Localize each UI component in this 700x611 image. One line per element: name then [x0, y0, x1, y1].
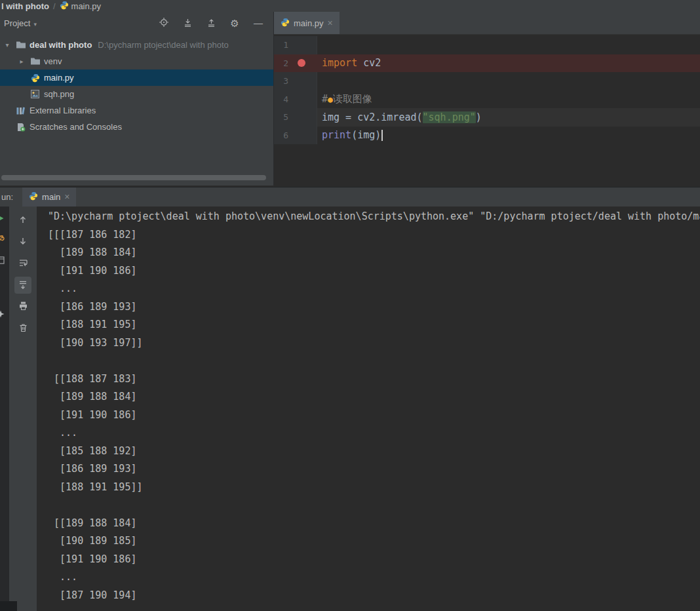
line-number: 3: [279, 76, 288, 86]
console-line: [[[187 186 182]: [48, 226, 700, 245]
console-line: [188 191 195]: [48, 316, 700, 334]
console-line: [[189 188 184]: [48, 515, 700, 533]
hide-icon: —: [254, 18, 263, 28]
code-line-2: 2import cv2: [274, 54, 700, 73]
locate-button[interactable]: [157, 16, 171, 31]
arrow-down-button[interactable]: [14, 233, 31, 250]
console[interactable]: "D:\pycharm ptoject\deal with photo\venv…: [37, 207, 700, 611]
expand-all-button[interactable]: [204, 16, 218, 31]
chevron-collapsed-icon[interactable]: ▸: [17, 58, 26, 65]
scroll-to-end-icon: [18, 280, 28, 291]
editor-tabbar: main.py ×: [274, 12, 700, 35]
code-token: (img): [351, 129, 381, 141]
code-text[interactable]: img = cv2.imread("sqh.png"): [317, 108, 700, 127]
code-line-1: 1: [274, 36, 700, 54]
breadcrumb-file-label: main.py: [71, 1, 102, 11]
console-line: [[188 187 183]: [48, 370, 700, 389]
soft-wrap-icon: [18, 258, 28, 269]
gutter-cell[interactable]: 5: [274, 108, 317, 127]
code-token: cv2: [357, 57, 381, 69]
hide-button[interactable]: —: [251, 16, 265, 31]
clear-icon: [19, 323, 28, 334]
breakpoint-slot[interactable]: [295, 59, 308, 67]
tree-item-scratches-and-consoles[interactable]: Scratches and Consoles: [0, 119, 273, 135]
soft-wrap-button[interactable]: [14, 255, 31, 272]
tree-item-venv[interactable]: ▸venv: [0, 53, 273, 69]
arrow-up-button[interactable]: [14, 212, 31, 229]
run-toolbar: [9, 207, 37, 611]
settings-button[interactable]: ⚙: [227, 16, 242, 31]
code-line-3: 3: [274, 72, 700, 90]
console-line: [191 190 186]: [48, 262, 700, 281]
line-number: 6: [279, 130, 288, 140]
code-text[interactable]: #●读取图像: [317, 90, 700, 109]
wrench-icon: [0, 235, 5, 245]
folder-icon: [29, 57, 41, 66]
tree-item-label: main.py: [44, 73, 74, 83]
console-line: "D:\pycharm ptoject\deal with photo\venv…: [48, 208, 700, 226]
code-text[interactable]: [317, 36, 700, 54]
tab-main-py[interactable]: main.py ×: [274, 12, 340, 34]
gutter-cell[interactable]: 4: [274, 90, 317, 109]
code-text[interactable]: print(img): [317, 127, 700, 145]
play-button[interactable]: [0, 214, 6, 224]
tree-item-main-py[interactable]: main.py: [0, 69, 273, 86]
project-view-selector[interactable]: Project ▾: [4, 18, 37, 28]
run-console-area: "D:\pycharm ptoject\deal with photo\venv…: [0, 207, 700, 611]
gutter-cell[interactable]: 2: [274, 54, 317, 73]
console-line: [189 188 184]: [48, 244, 700, 262]
console-line: [186 189 193]: [48, 298, 700, 317]
run-tab-label: main: [42, 192, 60, 202]
caret: [381, 130, 383, 141]
chevron-expanded-icon[interactable]: ▾: [3, 41, 12, 49]
gutter-cell[interactable]: 3: [274, 72, 317, 90]
code-token: ): [476, 111, 482, 123]
tree-item-path: D:\pycharm ptoject\deal with photo: [98, 40, 228, 50]
code-token: 读取图像: [333, 93, 372, 106]
code-line-5: 5img = cv2.imread("sqh.png"): [274, 108, 700, 127]
close-icon[interactable]: ×: [328, 18, 333, 28]
line-number: 4: [279, 94, 288, 104]
gutter-cell[interactable]: 6: [274, 127, 317, 145]
breadcrumb-project[interactable]: l with photo: [1, 1, 49, 11]
console-line: [48, 496, 700, 515]
tab-run-main[interactable]: main ×: [22, 187, 76, 207]
python-icon: [29, 191, 38, 203]
gutter-cell[interactable]: 1: [274, 36, 317, 54]
project-toolbar: ⚙—: [157, 16, 268, 31]
locate-icon: [159, 17, 169, 30]
console-line: [191 190 186]: [48, 406, 700, 425]
collapse-all-button[interactable]: [180, 16, 195, 31]
scratches-icon: [15, 123, 26, 132]
wrench-button[interactable]: [0, 235, 6, 245]
project-title: Project: [4, 18, 30, 28]
tree-item-sqh-png[interactable]: sqh.png: [0, 86, 273, 102]
code-token: "sqh.png": [423, 111, 476, 123]
editor-code: 12import cv234#●读取图像5img = cv2.imread("s…: [274, 36, 700, 144]
breakpoint-icon[interactable]: [298, 59, 305, 67]
project-tree: ▾deal with photo D:\pycharm ptoject\deal…: [0, 35, 273, 135]
arrow-up-icon: [18, 215, 28, 226]
editor-tab-label: main.py: [294, 18, 324, 28]
star-button[interactable]: [0, 310, 6, 319]
tree-item-external-libraries[interactable]: External Libraries: [0, 102, 273, 119]
breadcrumb: l with photo / main.py: [0, 0, 700, 12]
console-line: [190 189 185]: [48, 532, 700, 551]
pycharm-window: l with photo / main.py Project ▾ ⚙— ▾dea…: [0, 0, 700, 611]
print-button[interactable]: [14, 298, 31, 315]
close-icon[interactable]: ×: [64, 192, 69, 202]
tree-item-label: External Libraries: [29, 106, 96, 115]
code-text[interactable]: import cv2: [317, 54, 700, 73]
tree-item-deal-with-photo[interactable]: ▾deal with photo D:\pycharm ptoject\deal…: [0, 37, 273, 53]
clear-button[interactable]: [14, 320, 31, 337]
window-button[interactable]: [0, 256, 6, 266]
console-line: [189 188 184]: [48, 388, 700, 406]
editor[interactable]: 12import cv234#●读取图像5img = cv2.imread("s…: [274, 35, 700, 186]
code-text[interactable]: [317, 72, 700, 90]
horizontal-scrollbar[interactable]: [1, 175, 266, 180]
console-line: [186 189 193]: [48, 460, 700, 479]
code-token: ●: [328, 94, 333, 104]
python-icon: [60, 1, 69, 12]
breadcrumb-file[interactable]: main.py: [60, 1, 102, 12]
scroll-to-end-button[interactable]: [14, 277, 31, 294]
